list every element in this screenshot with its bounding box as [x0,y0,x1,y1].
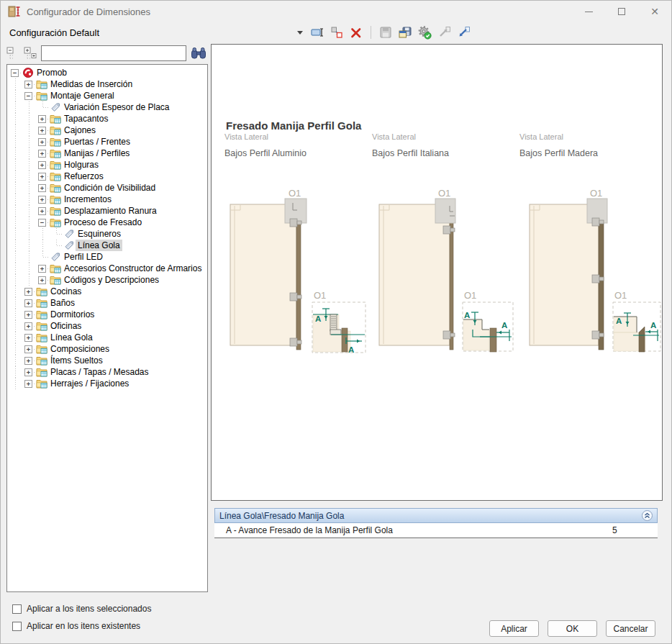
expand-node-icon[interactable]: + [38,127,46,135]
tree-item-label[interactable]: Ítems Sueltos [48,355,105,366]
tree-item-label[interactable]: Puertas / Frentes [62,136,132,148]
import-button[interactable] [456,25,471,40]
tree-item-promob[interactable]: −Promob [7,67,207,78]
tree-item-variacion-espesor-de-placa[interactable]: Variación Espesor de Placa [7,101,207,113]
expand-node-icon[interactable]: + [24,334,32,342]
ok-button[interactable]: OK [548,620,597,637]
tree-item-esquineros[interactable]: Esquineros [7,228,207,240]
tree-item-label[interactable]: Esquineros [76,228,123,240]
tree-item-label[interactable]: Cajones [62,124,98,136]
tree-item-label[interactable]: Oficinas [48,320,83,332]
expand-node-icon[interactable]: + [38,196,46,204]
tree-item-perfil-led[interactable]: Perfil LED [7,251,207,263]
property-value-field[interactable]: 5 [612,525,655,535]
tree-item-items-sueltos[interactable]: +Ítems Sueltos [7,355,207,366]
expand-node-icon[interactable]: + [24,81,32,89]
tree-item-label[interactable]: Baños [48,297,77,309]
tree-item-composiciones[interactable]: +Composiciones [7,343,207,355]
tree-item-puertas-frentes[interactable]: +Puertas / Frentes [7,136,207,148]
tree-item-label[interactable]: Promob [35,67,69,78]
tree-item-dormitorios[interactable]: +Dormitorios [7,309,207,320]
tree-item-label[interactable]: Holguras [62,159,101,171]
tree-item-label[interactable]: Incrementos [62,194,114,205]
tree-item-label[interactable]: Composiciones [48,343,112,355]
tree-item-banos[interactable]: +Baños [7,297,207,309]
tree-item-oficinas[interactable]: +Oficinas [7,320,207,332]
tree-item-label[interactable]: Desplazamiento Ranura [62,205,159,217]
expand-node-icon[interactable]: + [38,150,46,158]
expand-node-icon[interactable]: + [24,357,32,365]
expand-all-icon[interactable] [24,47,37,60]
collapse-node-icon[interactable]: − [24,92,32,100]
save-button-disabled[interactable] [378,25,393,40]
tree-item-label[interactable]: Herrajes / Fijaciones [48,378,131,389]
apply-button[interactable]: Aplicar [489,620,539,637]
tree-item-label[interactable]: Medidas de Inserción [48,78,135,90]
cancel-button[interactable]: Cancelar [606,620,655,637]
maximize-button[interactable] [605,1,638,22]
tree-item-label[interactable]: Placas / Tapas / Mesadas [48,366,151,378]
tree-item-herrajes-fijaciones[interactable]: +Herrajes / Fijaciones [7,378,207,389]
expand-node-icon[interactable]: + [24,322,32,330]
tree-item-montaje-general[interactable]: −Montaje General [7,90,207,101]
tree-item-manijas-perfiles[interactable]: +Manijas / Perfiles [7,148,207,159]
config-tree[interactable]: −Promob+Medidas de Inserción−Montaje Gen… [6,64,208,592]
tree-item-cajones[interactable]: +Cajones [7,124,207,136]
delete-config-button[interactable] [349,25,363,40]
tree-item-linea-gola[interactable]: Línea Gola [7,240,207,251]
tree-item-incrementos[interactable]: +Incrementos [7,194,207,205]
tree-item-label[interactable]: Proceso de Fresado [62,217,144,228]
tree-item-medidas-de-insercion[interactable]: +Medidas de Inserción [7,78,207,90]
expand-node-icon[interactable]: + [38,276,46,284]
tree-item-label[interactable]: Cocinas [48,286,83,297]
expand-node-icon[interactable]: + [38,207,46,215]
tree-item-placas-tapas-mesadas[interactable]: +Placas / Tapas / Mesadas [7,366,207,378]
expand-node-icon[interactable]: + [24,299,32,307]
expand-node-icon[interactable]: + [38,161,46,169]
config-selector[interactable]: Configuración Default [1,22,303,42]
tree-item-label[interactable]: Códigos y Descripciones [62,274,161,286]
tree-item-tapacantos[interactable]: +Tapacantos [7,113,207,124]
collapse-all-icon[interactable] [6,47,19,60]
expand-node-icon[interactable]: + [38,265,46,273]
tree-item-linea-gola[interactable]: +Línea Gola [7,332,207,343]
tree-item-label[interactable]: Refuerzos [62,171,106,182]
tree-item-refuerzos[interactable]: +Refuerzos [7,171,207,182]
apply-existing-checkbox[interactable] [12,622,22,631]
collapse-node-icon[interactable]: − [38,219,46,227]
collapse-group-button[interactable] [642,510,653,521]
tree-item-label[interactable]: Línea Gola [48,332,95,343]
tree-item-label[interactable]: Variación Espesor de Placa [62,101,172,113]
search-binoculars-icon[interactable] [191,46,206,60]
expand-node-icon[interactable]: + [38,115,46,123]
tree-item-cocinas[interactable]: +Cocinas [7,286,207,297]
tree-item-label[interactable]: Accesorios Constructor de Armarios [62,263,204,274]
tree-item-label[interactable]: Condición de Visibilidad [62,182,158,194]
tree-item-label[interactable]: Tapacantos [62,113,110,124]
minimize-button[interactable] [572,1,605,22]
expand-node-icon[interactable]: + [24,288,32,296]
expand-node-icon[interactable]: + [24,368,32,376]
apply-selected-checkbox[interactable] [12,604,22,614]
save-as-button[interactable] [398,25,412,40]
close-button[interactable]: ✕ [638,1,671,22]
expand-node-icon[interactable]: + [38,184,46,192]
tree-item-codigos-y-descripciones[interactable]: +Códigos y Descripciones [7,274,207,286]
new-config-button[interactable] [330,25,344,40]
expand-node-icon[interactable]: + [24,345,32,353]
tree-item-proceso-de-fresado[interactable]: −Proceso de Fresado [7,217,207,228]
property-group-header[interactable]: Línea Gola\Fresado Manija Gola [214,508,658,523]
expand-node-icon[interactable]: + [24,311,32,319]
collapse-node-icon[interactable]: − [11,69,19,77]
tree-item-label[interactable]: Dormitorios [48,309,96,320]
rename-config-button[interactable] [310,25,324,40]
tree-item-label[interactable]: Línea Gola [76,240,122,251]
search-input[interactable] [41,45,186,61]
tree-item-accesorios-constructor-de-armarios[interactable]: +Accesorios Constructor de Armarios [7,263,207,274]
chevron-down-icon[interactable] [297,31,303,35]
tree-item-label[interactable]: Perfil LED [62,251,105,263]
expand-node-icon[interactable]: + [38,173,46,181]
tree-item-condicion-de-visibilidad[interactable]: +Condición de Visibilidad [7,182,207,194]
tree-item-label[interactable]: Montaje General [48,90,117,101]
export-button-disabled[interactable] [437,25,451,40]
